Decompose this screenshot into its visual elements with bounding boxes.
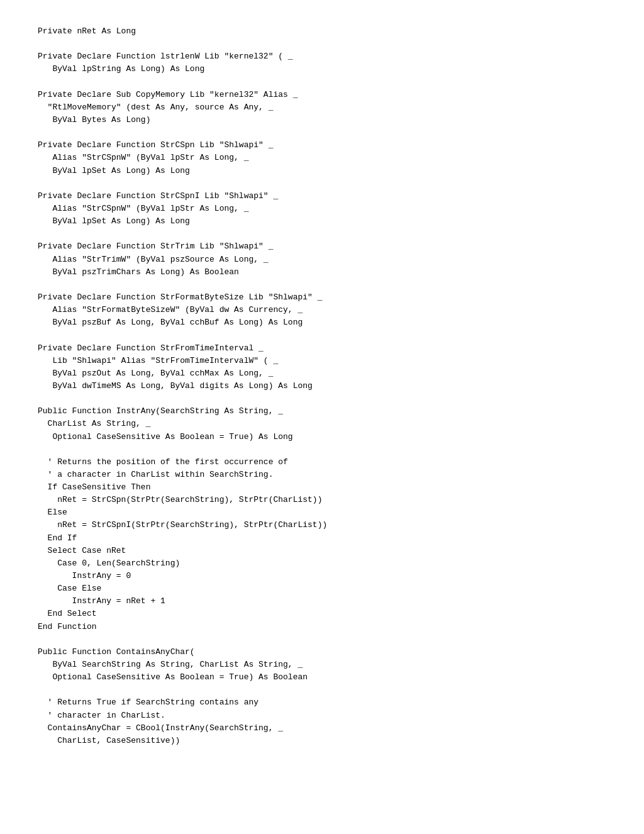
code-content: Private nRet As Long Private Declare Fun… bbox=[38, 25, 606, 747]
